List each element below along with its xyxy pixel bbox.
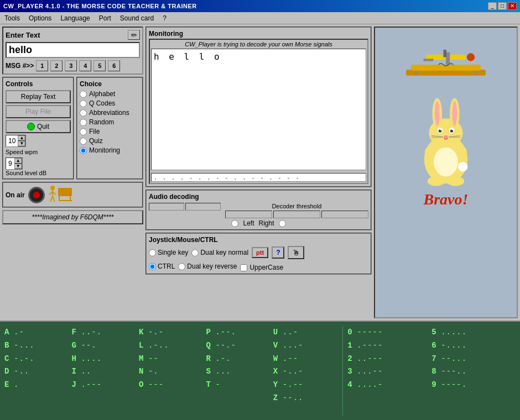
svg-point-29	[440, 129, 441, 130]
msg-btn-6[interactable]: 6	[108, 60, 120, 71]
svg-point-30	[452, 129, 453, 130]
uppercase-checkbox[interactable]	[240, 264, 247, 271]
svg-rect-14	[446, 53, 450, 65]
green-indicator	[27, 123, 35, 130]
morse-entry: G--.	[71, 339, 138, 353]
minimize-button[interactable]: _	[488, 2, 497, 10]
svg-rect-6	[58, 188, 72, 196]
quiz-radio[interactable]	[80, 138, 87, 145]
replay-text-button[interactable]: Replay Text	[6, 90, 71, 103]
svg-rect-15	[424, 59, 434, 61]
pencil-button[interactable]: ✏	[128, 30, 140, 40]
monitoring-choice-label: Monitoring	[89, 146, 120, 154]
dual-key-reverse-radio[interactable]	[178, 263, 185, 270]
menu-tools[interactable]: Tools	[2, 13, 22, 23]
choice-monitoring[interactable]: Monitoring	[80, 146, 140, 154]
morse-right-table: 0-----5.....1.----6-....2..---7--...3...…	[342, 326, 516, 416]
morse-entry: V...-	[273, 339, 340, 353]
choice-qcodes[interactable]: Q Codes	[80, 99, 140, 107]
svg-point-27	[439, 129, 441, 132]
text-input[interactable]	[6, 42, 140, 58]
dual-key-normal-radio[interactable]	[191, 249, 199, 256]
morse-entry: I..	[71, 365, 138, 379]
imagined-button[interactable]: ****Imagined by F6DQM****	[2, 210, 143, 224]
choice-file[interactable]: File	[80, 128, 140, 135]
random-radio[interactable]	[80, 119, 87, 126]
menu-language[interactable]: Language	[58, 13, 92, 23]
file-radio[interactable]	[80, 128, 87, 135]
choice-alphabet[interactable]: Alphabet	[80, 90, 140, 98]
ctrl-option[interactable]: CTRL	[149, 262, 175, 270]
single-key-radio[interactable]	[149, 249, 156, 256]
msg-btn-4[interactable]: 4	[79, 60, 91, 71]
speed-down-button[interactable]: ▼	[18, 141, 25, 146]
morse-entry: T-	[206, 379, 273, 392]
msg-btn-1[interactable]: 1	[36, 60, 48, 71]
sound-label: Sound level dB	[6, 170, 71, 176]
single-key-option[interactable]: Single key	[149, 249, 188, 256]
right-radio[interactable]	[279, 220, 286, 227]
close-button[interactable]: ✕	[508, 2, 517, 10]
left-radio[interactable]	[231, 220, 238, 227]
play-file-button[interactable]: Play File	[6, 105, 71, 118]
choice-quiz[interactable]: Quiz	[80, 137, 140, 145]
svg-point-17	[474, 72, 477, 75]
sound-down-button[interactable]: ▼	[14, 164, 22, 169]
morse-left-table: A.-F..-.K-.-P.--.U..-B-...G--.L.-..Q--.-…	[4, 326, 340, 416]
menu-help[interactable]: ?	[160, 13, 169, 23]
morse-entry: B-...	[4, 339, 71, 353]
threshold-bar-1	[149, 203, 184, 211]
morse-entry: N-.	[139, 365, 206, 379]
maximize-button[interactable]: □	[498, 2, 507, 10]
alphabet-label: Alphabet	[89, 90, 115, 98]
dual-key-reverse-option[interactable]: Dual key reverse	[178, 262, 237, 270]
monitoring-textarea[interactable]	[151, 49, 366, 170]
uppercase-row: UpperCase	[240, 264, 283, 271]
speed-value: 10	[6, 136, 18, 145]
figurine-icon	[48, 185, 76, 204]
main-area: Enter Text ✏ MSG #>> 1 2 3 4 5 6 Control…	[0, 24, 520, 321]
msg-btn-2[interactable]: 2	[50, 60, 63, 71]
monitoring-radio[interactable]	[80, 147, 87, 154]
ptt-button[interactable]: ptt	[252, 247, 268, 258]
controls-box: Controls Replay Text Play File Quit 10 ▲…	[2, 77, 74, 180]
speed-up-button[interactable]: ▲	[18, 135, 25, 141]
svg-point-24	[452, 101, 457, 127]
enter-text-header: Enter Text ✏	[6, 30, 140, 40]
msg-btn-5[interactable]: 5	[93, 60, 106, 71]
left-panel: Enter Text ✏ MSG #>> 1 2 3 4 5 6 Control…	[2, 27, 143, 318]
on-air-box: On air	[2, 182, 143, 208]
dual-key-normal-option[interactable]: Dual key normal	[191, 249, 248, 256]
abbreviations-radio[interactable]	[80, 109, 87, 117]
choice-random[interactable]: Random	[80, 118, 140, 126]
morse-entry: O---	[139, 379, 206, 392]
morse-entry: K-.-	[139, 326, 206, 339]
menu-bar: Tools Options Language Port Sound card ?	[0, 12, 520, 24]
svg-point-28	[450, 129, 453, 132]
svg-point-22	[435, 101, 440, 127]
quit-button[interactable]: Quit	[6, 120, 71, 133]
morse-table-panel: A.-F..-.K-.-P.--.U..-B-...G--.L.-..Q--.-…	[0, 321, 520, 420]
alphabet-radio[interactable]	[80, 91, 87, 98]
svg-point-16	[414, 72, 417, 75]
ctrl-radio[interactable]	[149, 263, 156, 270]
joystick-row2: CTRL Dual key reverse UpperCase	[149, 261, 368, 271]
menu-port[interactable]: Port	[97, 13, 113, 23]
menu-soundcard[interactable]: Sound card	[118, 13, 156, 23]
svg-point-13	[467, 53, 475, 61]
sound-up-button[interactable]: ▲	[14, 158, 22, 164]
speed-label: Speed wpm	[6, 149, 71, 155]
sound-row: 9 ▲ ▼	[6, 158, 71, 170]
question-button[interactable]: ?	[272, 246, 284, 259]
morse-entry	[71, 392, 138, 405]
on-air-label: On air	[6, 191, 25, 199]
msg-btn-3[interactable]: 3	[65, 60, 77, 71]
morse-entry: 6-....	[431, 339, 516, 353]
threshold-bar-4	[273, 211, 320, 218]
enter-text-label: Enter Text	[6, 31, 40, 39]
mouse-button[interactable]: 🖱	[288, 246, 304, 259]
svg-point-41	[458, 162, 468, 172]
qcodes-radio[interactable]	[80, 100, 87, 107]
choice-abbreviations[interactable]: Abbreviations	[80, 109, 140, 117]
menu-options[interactable]: Options	[27, 13, 54, 23]
